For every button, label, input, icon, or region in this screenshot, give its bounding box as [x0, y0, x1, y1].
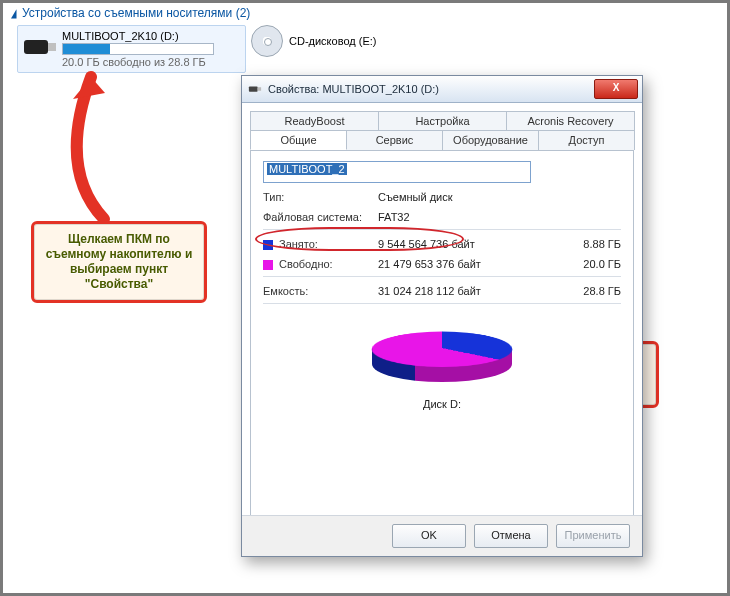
free-gb: 20.0 ГБ [561, 258, 621, 270]
svg-rect-1 [258, 87, 262, 91]
drive-cd-title: CD-дисковод (E:) [289, 35, 376, 47]
window-close-button[interactable]: X [594, 79, 638, 99]
arrow-left-icon [49, 59, 139, 224]
svg-rect-0 [249, 86, 258, 91]
free-label: Свободно: [279, 258, 333, 270]
drive-usb-capacity-bar [62, 43, 214, 55]
dialog-title: Свойства: MULTIBOOT_2K10 (D:) [268, 83, 588, 95]
collapse-triangle-icon: ◢ [11, 6, 16, 20]
tab-tools[interactable]: Сервис [346, 130, 443, 150]
cd-drive-icon [251, 25, 283, 57]
drive-usb[interactable]: MULTIBOOT_2K10 (D:) 20.0 ГБ свободно из … [17, 25, 246, 73]
free-swatch-icon [263, 260, 273, 270]
drive-usb-subtitle: 20.0 ГБ свободно из 28.8 ГБ [62, 56, 214, 68]
tab-general[interactable]: Общие [250, 130, 347, 150]
used-bytes: 9 544 564 736 байт [378, 238, 561, 250]
free-bytes: 21 479 653 376 байт [378, 258, 561, 270]
tab-row-secondary: ReadyBoost Настройка Acronis Recovery [250, 111, 634, 131]
used-swatch-icon [263, 240, 273, 250]
drive-small-icon [248, 82, 262, 96]
volume-name-input[interactable]: MULTIBOOT_2 [263, 161, 531, 183]
tab-readyboost[interactable]: ReadyBoost [250, 111, 379, 130]
separator [263, 303, 621, 304]
separator [263, 229, 621, 230]
ok-button[interactable]: OK [392, 524, 466, 548]
tab-acronis[interactable]: Acronis Recovery [506, 111, 635, 130]
capacity-bytes: 31 024 218 112 байт [378, 285, 561, 297]
separator [263, 276, 621, 277]
properties-dialog: Свойства: MULTIBOOT_2K10 (D:) X ReadyBoo… [241, 75, 643, 557]
usage-pie-chart [372, 314, 512, 394]
dialog-button-row: OK Отмена Применить [242, 515, 642, 556]
section-header-label: Устройства со съемными носителями (2) [22, 6, 250, 20]
fs-label: Файловая система: [263, 211, 378, 223]
disk-label: Диск D: [263, 398, 621, 410]
type-label: Тип: [263, 191, 378, 203]
dialog-titlebar[interactable]: Свойства: MULTIBOOT_2K10 (D:) X [242, 76, 642, 103]
usb-drive-icon [24, 37, 56, 61]
tab-hardware[interactable]: Оборудование [442, 130, 539, 150]
drive-cd[interactable]: CD-дисковод (E:) [251, 25, 376, 57]
tab-row-primary: Общие Сервис Оборудование Доступ [250, 130, 634, 151]
used-label: Занято: [279, 238, 318, 250]
callout-left: Щелкаем ПКМ по съемному накопителю и выб… [31, 221, 207, 303]
tab-sharing[interactable]: Доступ [538, 130, 635, 150]
capacity-label: Емкость: [263, 285, 378, 297]
used-gb: 8.88 ГБ [561, 238, 621, 250]
section-header[interactable]: ◢Устройства со съемными носителями (2) [9, 6, 250, 20]
fs-value: FAT32 [378, 211, 621, 223]
tab-settings[interactable]: Настройка [378, 111, 507, 130]
capacity-gb: 28.8 ГБ [561, 285, 621, 297]
apply-button[interactable]: Применить [556, 524, 630, 548]
cancel-button[interactable]: Отмена [474, 524, 548, 548]
type-value: Съемный диск [378, 191, 621, 203]
tab-body-general: MULTIBOOT_2 Тип:Съемный диск Файловая си… [250, 151, 634, 524]
drive-usb-title: MULTIBOOT_2K10 (D:) [62, 30, 214, 42]
